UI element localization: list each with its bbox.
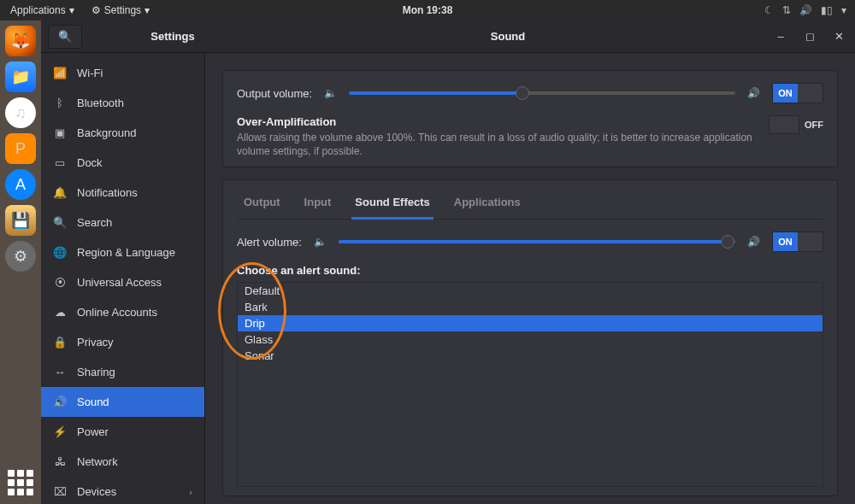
- sound-tabs: OutputInputSound EffectsApplications: [237, 185, 823, 220]
- volume-high-icon: 🔊: [747, 87, 760, 99]
- sidebar-item-dock[interactable]: ▭Dock: [41, 148, 204, 178]
- sidebar-item-online-accounts[interactable]: ☁Online Accounts: [41, 297, 204, 327]
- choose-alert-label: Choose an alert sound:: [237, 264, 823, 277]
- output-volume-slider[interactable]: [349, 91, 735, 95]
- dropdown-arrow-icon: ▾: [144, 4, 150, 16]
- battery-indicator-icon[interactable]: ▮▯: [821, 4, 833, 16]
- top-panel: Applications ▾ ⚙ Settings ▾ Mon 19:38 ☾ …: [0, 0, 855, 21]
- output-volume-label: Output volume:: [237, 87, 312, 100]
- tab-output[interactable]: Output: [240, 189, 284, 220]
- sound-panel: Output volume: 🔈 🔊 ON Over-Amplification: [205, 53, 855, 504]
- accessibility-icon: ⦿: [53, 276, 67, 289]
- notifications-icon: 🔔: [53, 186, 67, 199]
- region-icon: 🌐: [53, 246, 67, 259]
- alert-sound-drip[interactable]: Drip: [238, 315, 823, 331]
- app-menu-label: Settings: [104, 4, 141, 16]
- bluetooth-icon: ᛒ: [53, 97, 67, 109]
- sidebar-item-label: Power: [77, 425, 109, 438]
- dock-icon-disk[interactable]: 💾: [5, 205, 36, 236]
- sidebar-item-label: Online Accounts: [77, 306, 157, 319]
- dock-icon-firefox[interactable]: 🦊: [5, 26, 36, 56]
- sidebar-item-power[interactable]: ⚡Power: [41, 417, 204, 447]
- dock-icon-settings[interactable]: ⚙: [5, 241, 36, 272]
- volume-indicator-icon[interactable]: 🔊: [799, 4, 812, 16]
- devices-icon: ⌧: [53, 485, 67, 498]
- dock-icon-software[interactable]: A: [5, 169, 36, 200]
- dock-icon-music[interactable]: ♫: [5, 97, 36, 128]
- sidebar-item-label: Privacy: [77, 336, 114, 349]
- search-icon: 🔍: [53, 216, 67, 229]
- network-indicator-icon[interactable]: ⇅: [782, 4, 791, 16]
- clock[interactable]: Mon 19:38: [403, 4, 453, 16]
- volume-low-icon: 🔈: [324, 87, 337, 99]
- dock-icon-files[interactable]: 📁: [5, 62, 36, 92]
- tab-input[interactable]: Input: [301, 189, 335, 220]
- sidebar-item-wi-fi[interactable]: 📶Wi-Fi: [41, 58, 204, 88]
- sidebar-item-network[interactable]: 🖧Network: [41, 447, 204, 477]
- sidebar-search-button[interactable]: 🔍: [48, 25, 82, 49]
- output-mute-toggle[interactable]: ON: [772, 83, 823, 103]
- overamplification-switch-box[interactable]: [769, 115, 799, 134]
- settings-sidebar[interactable]: 📶Wi-FiᛒBluetooth▣Background▭Dock🔔Notific…: [41, 53, 205, 504]
- power-menu-icon[interactable]: ▾: [841, 4, 846, 16]
- sidebar-item-label: Search: [77, 216, 112, 229]
- sharing-icon: ↔: [53, 366, 67, 378]
- tab-applications[interactable]: Applications: [451, 189, 524, 220]
- alert-volume-slider[interactable]: [339, 240, 735, 243]
- dock-icon-editor[interactable]: P: [5, 133, 36, 164]
- sidebar-item-region-language[interactable]: 🌐Region & Language: [41, 237, 204, 267]
- sidebar-item-privacy[interactable]: 🔒Privacy: [41, 327, 204, 357]
- sidebar-item-label: Notifications: [77, 186, 138, 199]
- chevron-right-icon: ›: [189, 487, 192, 497]
- accounts-icon: ☁: [53, 306, 67, 319]
- titlebar: 🔍 Settings Sound – ◻ ✕: [41, 21, 855, 53]
- minimize-button[interactable]: –: [771, 30, 790, 43]
- overamplification-description: Allows raising the volume above 100%. Th…: [237, 131, 757, 158]
- sidebar-item-sharing[interactable]: ↔Sharing: [41, 357, 204, 387]
- toggle-off-area: [798, 232, 823, 251]
- sidebar-item-notifications[interactable]: 🔔Notifications: [41, 178, 204, 208]
- sidebar-item-background[interactable]: ▣Background: [41, 118, 204, 148]
- alert-sound-glass[interactable]: Glass: [238, 331, 823, 348]
- dock: 🦊 📁 ♫ P A 💾 ⚙: [0, 21, 41, 504]
- sidebar-item-devices[interactable]: ⌧Devices›: [41, 477, 204, 504]
- app-menu[interactable]: ⚙ Settings ▾: [86, 3, 155, 18]
- night-icon[interactable]: ☾: [764, 4, 774, 16]
- alert-sound-sonar[interactable]: Sonar: [238, 348, 823, 364]
- alert-volume-label: Alert volume:: [237, 236, 302, 249]
- volume-low-icon: 🔈: [314, 236, 327, 248]
- sound-icon: 🔊: [53, 396, 67, 408]
- wifi-icon: 📶: [53, 67, 67, 79]
- privacy-icon: 🔒: [53, 336, 67, 349]
- sidebar-item-search[interactable]: 🔍Search: [41, 208, 204, 237]
- alert-sound-list[interactable]: DefaultBarkDripGlassSonar: [237, 282, 823, 487]
- overamplification-off-label: OFF: [805, 120, 823, 130]
- sidebar-item-label: Sharing: [77, 366, 115, 378]
- tab-sound-effects[interactable]: Sound Effects: [351, 189, 433, 220]
- alert-sound-default[interactable]: Default: [238, 283, 823, 299]
- sidebar-item-label: Network: [77, 455, 118, 468]
- dropdown-arrow-icon: ▾: [69, 4, 74, 16]
- sidebar-item-universal-access[interactable]: ⦿Universal Access: [41, 267, 204, 297]
- applications-label: Applications: [10, 4, 66, 16]
- alert-mute-toggle[interactable]: ON: [772, 231, 823, 252]
- panel-title: Sound: [255, 30, 761, 43]
- settings-window: 🔍 Settings Sound – ◻ ✕ 📶Wi-FiᛒBluetooth▣…: [41, 21, 855, 504]
- toggle-off-area: [798, 84, 823, 103]
- close-button[interactable]: ✕: [829, 30, 848, 43]
- sidebar-item-label: Wi-Fi: [77, 67, 103, 79]
- applications-menu[interactable]: Applications ▾: [5, 3, 80, 18]
- toggle-on-label: ON: [773, 232, 798, 251]
- gear-icon: ⚙: [91, 4, 101, 16]
- dock-icon: ▭: [53, 156, 67, 169]
- sidebar-item-sound[interactable]: 🔊Sound: [41, 387, 204, 417]
- maximize-button[interactable]: ◻: [800, 30, 819, 43]
- sidebar-item-label: Region & Language: [77, 246, 175, 259]
- show-applications-button[interactable]: [8, 470, 33, 495]
- sidebar-item-label: Devices: [77, 485, 116, 498]
- overamplification-title: Over-Amplification: [237, 115, 757, 128]
- sidebar-item-bluetooth[interactable]: ᛒBluetooth: [41, 88, 204, 118]
- alert-sound-bark[interactable]: Bark: [238, 299, 823, 315]
- volume-high-icon: 🔊: [747, 236, 760, 248]
- search-icon: 🔍: [58, 30, 72, 43]
